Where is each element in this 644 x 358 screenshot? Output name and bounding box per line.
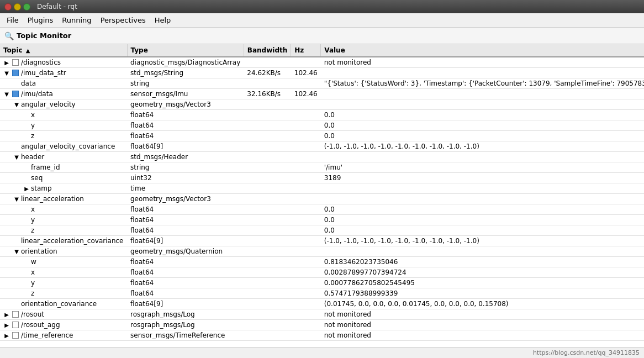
maximize-button[interactable]: [23, 3, 30, 10]
cell-type: sensor_msgs/Imu: [127, 89, 244, 99]
table-row[interactable]: ▼/imu/datasensor_msgs/Imu32.16KB/s102.46: [0, 89, 644, 99]
table-row[interactable]: xfloat640.002878997707394724: [0, 267, 644, 278]
cell-topic: orientation_covariance: [0, 299, 127, 309]
table-row[interactable]: xfloat640.0: [0, 204, 644, 215]
table-row[interactable]: ▼linear_accelerationgeometry_msgs/Vector…: [0, 194, 644, 204]
expand-arrow-icon[interactable]: ▶: [3, 312, 10, 318]
cell-type: uint32: [127, 173, 244, 183]
cell-value: 0.00077862705802545495: [321, 278, 644, 288]
cell-topic: ▼linear_acceleration: [0, 194, 127, 204]
cell-hz: 102.46: [291, 89, 321, 99]
topic-checkbox[interactable]: [12, 332, 19, 339]
table-row[interactable]: ▶stamptime: [0, 183, 644, 194]
expand-arrow-icon[interactable]: ▼: [13, 249, 20, 255]
topic-name: angular_velocity_covariance: [21, 143, 115, 150]
table-row[interactable]: wfloat640.8183462023735046: [0, 257, 644, 267]
topic-checkbox[interactable]: [12, 311, 19, 318]
expand-arrow-icon[interactable]: ▶: [3, 333, 10, 339]
cell-bandwidth: [244, 288, 291, 299]
topic-name: linear_acceleration: [21, 195, 84, 203]
table-row[interactable]: orientation_covariancefloat64[9](0.01745…: [0, 299, 644, 309]
table-row[interactable]: ▼/imu_data_strstd_msgs/String24.62KB/s10…: [0, 68, 644, 78]
col-header-topic[interactable]: Topic ▲: [0, 44, 127, 57]
topic-name: orientation_covariance: [21, 300, 97, 308]
cell-value: [321, 194, 644, 204]
col-header-value[interactable]: Value: [321, 44, 644, 57]
cell-hz: [291, 309, 321, 320]
cell-type: diagnostic_msgs/DiagnosticArray: [127, 57, 244, 68]
topic-checkbox[interactable]: [12, 70, 19, 76]
topic-name: z: [31, 227, 34, 234]
expand-arrow-icon[interactable]: ▶: [3, 322, 10, 328]
table-row[interactable]: ▼headerstd_msgs/Header: [0, 152, 644, 162]
table-row[interactable]: ▼orientationgeometry_msgs/Quaternion: [0, 246, 644, 257]
topic-checkbox[interactable]: [12, 91, 19, 97]
topic-checkbox[interactable]: [12, 322, 19, 328]
col-header-hz[interactable]: Hz: [291, 44, 321, 57]
expand-arrow-icon[interactable]: ▶: [23, 186, 30, 192]
table-row[interactable]: ▶/rosout_aggrosgraph_msgs/Lognot monitor…: [0, 320, 644, 330]
col-header-bandwidth[interactable]: Bandwidth: [244, 44, 291, 57]
cell-value: 0.0: [321, 204, 644, 215]
cell-topic: ▼header: [0, 152, 127, 162]
table-row[interactable]: ▶/time_referencesensor_msgs/TimeReferenc…: [0, 330, 644, 341]
expand-arrow-icon[interactable]: ▼: [3, 70, 10, 76]
col-header-type[interactable]: Type: [127, 44, 244, 57]
cell-type: float64: [127, 267, 244, 278]
table-row[interactable]: ▶/rosoutrosgraph_msgs/Lognot monitored: [0, 309, 644, 320]
cell-type: geometry_msgs/Quaternion: [127, 246, 244, 257]
table-row[interactable]: yfloat640.00077862705802545495: [0, 278, 644, 288]
cell-type: float64: [127, 257, 244, 267]
cell-bandwidth: [244, 330, 291, 341]
table-row[interactable]: frame_idstring'/imu': [0, 162, 644, 173]
menu-running[interactable]: Running: [57, 14, 96, 26]
cell-topic: y: [0, 278, 127, 288]
cell-topic: ▼orientation: [0, 246, 127, 257]
table-row[interactable]: xfloat640.0: [0, 110, 644, 120]
expand-arrow-icon[interactable]: ▼: [13, 154, 20, 160]
topic-name: w: [31, 258, 36, 266]
topic-checkbox[interactable]: [12, 59, 19, 66]
cell-type: float64: [127, 225, 244, 236]
table-row[interactable]: sequint323189: [0, 173, 644, 183]
cell-hz: [291, 246, 321, 257]
table-row[interactable]: ▼angular_velocitygeometry_msgs/Vector3: [0, 99, 644, 110]
cell-bandwidth: [244, 162, 291, 173]
table-row[interactable]: zfloat640.0: [0, 131, 644, 141]
cell-bandwidth: [244, 183, 291, 194]
menu-plugins[interactable]: Plugins: [23, 14, 58, 26]
cell-hz: [291, 225, 321, 236]
cell-value: (-1.0, -1.0, -1.0, -1.0, -1.0, -1.0, -1.…: [321, 141, 644, 152]
cell-bandwidth: [244, 309, 291, 320]
topic-name: /rosout: [21, 310, 44, 318]
cell-bandwidth: [244, 78, 291, 89]
table-row[interactable]: yfloat640.0: [0, 215, 644, 225]
table-row[interactable]: ▶/diagnosticsdiagnostic_msgs/DiagnosticA…: [0, 57, 644, 68]
cell-type: float64: [127, 120, 244, 131]
cell-value: [321, 183, 644, 194]
cell-hz: [291, 120, 321, 131]
table-row[interactable]: angular_velocity_covariancefloat64[9](-1…: [0, 141, 644, 152]
menu-perspectives[interactable]: Perspectives: [96, 14, 150, 26]
table-row[interactable]: zfloat640.0: [0, 225, 644, 236]
cell-type: time: [127, 183, 244, 194]
cell-topic: ▼/imu_data_str: [0, 68, 127, 78]
menu-file[interactable]: File: [2, 14, 23, 26]
expand-arrow-icon[interactable]: ▼: [13, 102, 20, 108]
cell-topic: ▶stamp: [0, 183, 127, 194]
cell-topic: z: [0, 131, 127, 141]
cell-type: rosgraph_msgs/Log: [127, 320, 244, 330]
minimize-button[interactable]: [14, 3, 21, 10]
table-row[interactable]: datastring"{'Status': {'StatusWord': 3},…: [0, 78, 644, 89]
close-button[interactable]: [4, 3, 12, 10]
cell-bandwidth: 32.16KB/s: [244, 89, 291, 99]
expand-arrow-icon[interactable]: ▼: [13, 196, 20, 202]
table-row[interactable]: yfloat640.0: [0, 120, 644, 131]
expand-arrow-icon[interactable]: ▼: [3, 91, 10, 97]
menu-help[interactable]: Help: [150, 14, 176, 26]
table-row[interactable]: linear_acceleration_covariancefloat64[9]…: [0, 236, 644, 246]
topic-name: /imu_data_str: [21, 69, 66, 77]
expand-arrow-icon[interactable]: ▶: [3, 60, 10, 66]
cell-hz: [291, 215, 321, 225]
table-row[interactable]: zfloat640.5747179388999339: [0, 288, 644, 299]
